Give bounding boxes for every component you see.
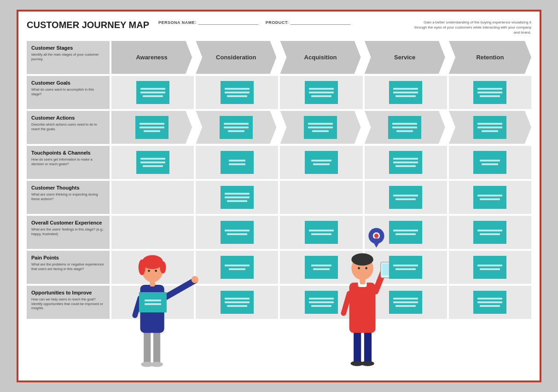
stage-consideration-label: Consideration: [216, 54, 256, 61]
teal-line: [229, 163, 245, 165]
experience-desc: What are the users' feelings in this sta…: [31, 227, 105, 236]
thoughts-teal-4: [389, 186, 422, 209]
product-field-group: PRODUCT:: [266, 20, 351, 25]
teal-line: [311, 265, 331, 266]
teal-line: [395, 198, 416, 200]
teal-line: [313, 163, 330, 165]
touchpoints-cell-5: [449, 146, 531, 179]
thoughts-teal-2: [221, 186, 254, 209]
teal-line: [396, 130, 413, 132]
stages-desc: Identify all the main stages of your cus…: [31, 52, 105, 62]
experience-title: Overall Customer Experience: [31, 219, 105, 226]
actions-teal-2: [220, 116, 253, 139]
stage-service: Service: [365, 41, 445, 74]
teal-line: [482, 130, 498, 132]
actions-teal-4: [388, 116, 421, 139]
painpoints-cell-5: [449, 251, 531, 284]
row-label-opportunities: Opportunities to Improve How can we help…: [27, 286, 110, 319]
teal-line: [477, 230, 502, 231]
actions-cell-4: [365, 111, 445, 144]
teal-line: [393, 230, 418, 231]
persona-input[interactable]: [198, 20, 258, 25]
painpoints-teal-3: [305, 256, 338, 279]
actions-cell-2: [196, 111, 276, 144]
actions-teal-1: [135, 116, 169, 139]
stage-retention-label: Retention: [476, 54, 504, 61]
goals-teal-5: [473, 81, 506, 104]
touchpoints-teal-2: [221, 151, 254, 174]
experience-teal-3: [305, 221, 338, 244]
teal-line: [395, 165, 416, 167]
teal-line: [140, 123, 164, 125]
svg-rect-1: [153, 329, 160, 363]
teal-line: [393, 161, 418, 163]
stage-awareness: Awareness: [111, 41, 192, 74]
goals-teal-3: [305, 81, 338, 104]
teal-line: [308, 127, 333, 128]
teal-line: [224, 123, 249, 125]
touchpoints-cell-3: [280, 146, 362, 179]
teal-line: [393, 298, 418, 300]
teal-line: [225, 298, 250, 300]
page-title: CUSTOMER JOURNEY MAP: [27, 20, 149, 30]
actions-teal-5: [473, 116, 506, 139]
teal-line: [480, 233, 500, 235]
teal-line: [393, 301, 418, 303]
teal-line: [477, 301, 502, 303]
experience-teal-4: [389, 221, 422, 244]
teal-line: [309, 301, 334, 303]
opportunities-teal-1: [139, 292, 167, 312]
teal-line: [393, 158, 418, 160]
teal-line: [393, 92, 418, 93]
teal-line: [480, 160, 500, 161]
goals-cell-2: [196, 76, 278, 109]
opportunities-teal-4: [389, 291, 422, 314]
teal-line: [311, 160, 331, 161]
teal-line: [480, 95, 500, 97]
teal-line: [482, 163, 498, 165]
row-label-actions: Customer Actions Describe which actions …: [27, 111, 110, 144]
actions-cell-1: [111, 111, 192, 144]
teal-line: [225, 92, 250, 93]
teal-line: [311, 233, 331, 235]
teal-line: [145, 303, 161, 305]
product-input[interactable]: [291, 20, 350, 25]
touchpoints-teal-4: [389, 151, 422, 174]
actions-desc: Describe which actions users need to do …: [31, 122, 105, 132]
touchpoints-teal-1: [136, 151, 169, 174]
teal-line: [477, 127, 502, 128]
persona-label: PERSONA NAME:: [158, 20, 197, 25]
goals-teal-2: [221, 81, 254, 104]
touchpoints-teal-3: [305, 151, 338, 174]
painpoints-desc: What are the problems or negative experi…: [31, 262, 105, 271]
row-label-goals: Customer Goals What do users want to acc…: [27, 76, 110, 109]
opportunities-cell-3: [280, 286, 362, 319]
actions-cell-5: [449, 111, 531, 144]
goals-title: Customer Goals: [31, 80, 105, 86]
actions-teal-3: [304, 116, 337, 139]
teal-line: [395, 268, 416, 270]
page-container: CUSTOMER JOURNEY MAP PERSONA NAME: PRODU…: [17, 10, 541, 382]
teal-line: [140, 92, 165, 93]
svg-point-2: [141, 362, 153, 367]
teal-line: [227, 200, 247, 202]
teal-line: [395, 305, 416, 307]
thoughts-cell-1: [111, 181, 194, 214]
teal-line: [225, 193, 250, 195]
teal-line: [477, 265, 502, 266]
header-fields: PERSONA NAME: PRODUCT:: [158, 20, 402, 25]
opportunities-cell-5: [449, 286, 531, 319]
teal-line: [480, 268, 500, 270]
teal-line: [225, 265, 250, 266]
teal-line: [313, 268, 330, 270]
painpoints-title: Pain Points: [31, 254, 105, 261]
row-label-touchpoints: Touchpoints & Channels How do users get …: [27, 146, 110, 179]
experience-cell-4: [365, 216, 447, 249]
teal-line: [480, 198, 500, 200]
teal-line: [225, 301, 250, 303]
painpoints-cell-3: [280, 251, 362, 284]
goals-cell-3: [280, 76, 362, 109]
teal-line: [477, 92, 502, 93]
touchpoints-title: Touchpoints & Channels: [31, 150, 105, 156]
teal-line: [140, 127, 164, 128]
